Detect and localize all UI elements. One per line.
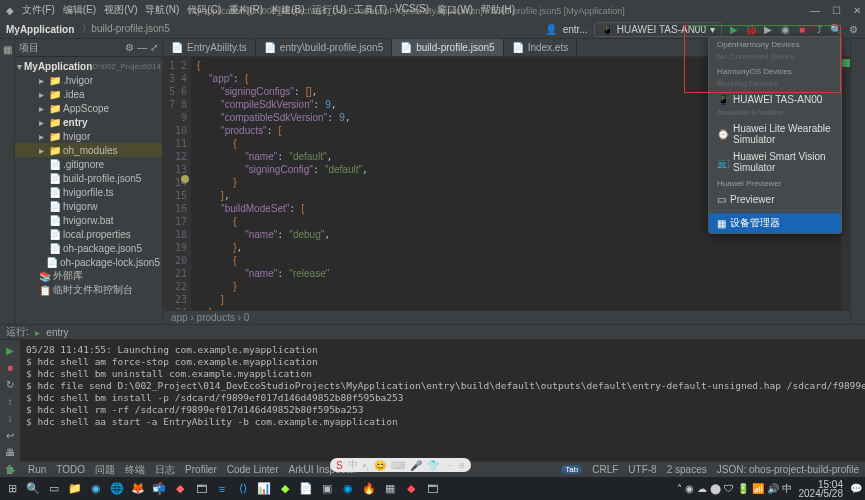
app-icon-3[interactable]: 🗔 <box>192 480 210 498</box>
terminal-tool[interactable]: 终端 <box>125 463 145 477</box>
tree-item[interactable]: ▸📁.idea <box>15 87 162 101</box>
tree-item[interactable]: 📄.gitignore <box>15 157 162 171</box>
editor-tab[interactable]: 📄build-profile.json5 <box>392 39 503 56</box>
run-header[interactable]: 运行: ▸ entry ⚙ — <box>0 325 865 340</box>
device-selector[interactable]: 📱 HUAWEI TAS-AN00 ▾ <box>594 22 722 37</box>
app-icon-5[interactable]: 📊 <box>255 480 273 498</box>
stop-icon[interactable]: ■ <box>4 361 16 373</box>
menu-help[interactable]: 帮助(H) <box>481 3 515 17</box>
notif-icon[interactable]: 💬 <box>850 483 862 494</box>
app-icon-7[interactable]: 📄 <box>297 480 315 498</box>
status-indent[interactable]: 2 spaces <box>667 464 707 475</box>
menu-vcs[interactable]: VCS(S) <box>395 3 429 17</box>
down-icon[interactable]: ↓ <box>4 412 16 424</box>
tree-item[interactable]: 📄oh-package-lock.json5 <box>15 255 162 269</box>
menu-run[interactable]: 运行(U) <box>312 3 346 17</box>
editor-tab[interactable]: 📄entry\build-profile.json5 <box>256 39 392 56</box>
app-icon-9[interactable]: 🔥 <box>360 480 378 498</box>
project-tool-icon[interactable]: ▦ <box>1 43 13 55</box>
ime-toolbar[interactable]: S 中 •, 😊 ⌨ 🎤 👕 ⋯ ≡ <box>330 458 471 472</box>
ime-punct[interactable]: •, <box>363 460 369 471</box>
edge-icon[interactable]: ◉ <box>87 480 105 498</box>
tree-item[interactable]: ▸📁hvigor <box>15 129 162 143</box>
tree-root[interactable]: ▾MyApplication D:\002_Project\014_DevEco… <box>15 59 162 73</box>
app-icon-10[interactable]: ▦ <box>381 480 399 498</box>
menu-edit[interactable]: 编辑(E) <box>63 3 96 17</box>
rerun-icon[interactable]: ▶ <box>4 344 16 356</box>
tray-ico[interactable]: 🔋 <box>737 483 749 494</box>
ime-menu-icon[interactable]: ≡ <box>459 460 465 471</box>
tray-ico[interactable]: ⬤ <box>710 483 721 494</box>
tree-item[interactable]: 📚外部库 <box>15 269 162 283</box>
chrome-icon[interactable]: 🌐 <box>108 480 126 498</box>
system-tray[interactable]: ˄ ◉ ☁ ⬤ 🛡 🔋 📶 🔊 中 15:042024/5/28 💬 <box>677 480 863 498</box>
tree-item[interactable]: 📄build-profile.json5 <box>15 171 162 185</box>
print-icon[interactable]: 🖶 <box>4 446 16 458</box>
up-icon[interactable]: ↑ <box>4 395 16 407</box>
menu-file[interactable]: 文件(F) <box>22 3 55 17</box>
tree-item[interactable]: ▸📁entry <box>15 115 162 129</box>
tree-item[interactable]: ▸📁AppScope <box>15 101 162 115</box>
log-tool[interactable]: 日志 <box>155 463 175 477</box>
app-icon-11[interactable]: ◆ <box>402 480 420 498</box>
ime-emoji-icon[interactable]: 😊 <box>374 460 386 471</box>
tray-up-icon[interactable]: ˄ <box>677 483 682 494</box>
firefox-icon[interactable]: 🦊 <box>129 480 147 498</box>
wrap-icon[interactable]: ↩ <box>4 429 16 441</box>
project-tree-header[interactable]: 项目⚙ — ⤢ <box>15 39 162 57</box>
popup-device-huawei[interactable]: 📱HUAWEI TAS-AN00 <box>709 91 841 108</box>
menu-nav[interactable]: 导航(N) <box>145 3 179 17</box>
popup-sim-wearable[interactable]: ⌚Huawei Lite Wearable Simulator <box>709 120 841 148</box>
menu-bar[interactable]: 文件(F) 编辑(E) 视图(V) 导航(N) 代码(C) 重构(R) 构建(B… <box>22 3 515 17</box>
ime-voice-icon[interactable]: 🎤 <box>410 460 422 471</box>
coverage-icon[interactable]: ▶ <box>762 24 774 36</box>
tray-net-icon[interactable]: 📶 <box>752 483 764 494</box>
menu-code[interactable]: 代码(C) <box>187 3 221 17</box>
ime-more-icon[interactable]: ⋯ <box>444 460 454 471</box>
problems-tool[interactable]: 问题 <box>95 463 115 477</box>
restart-icon[interactable]: ↻ <box>4 378 16 390</box>
status-tab[interactable]: Tab <box>561 465 582 474</box>
menu-tools[interactable]: 工具(T) <box>354 3 387 17</box>
tree-item[interactable]: 📄hvigorfile.ts <box>15 185 162 199</box>
user-icon[interactable]: 👤 <box>545 24 557 36</box>
tray-ico[interactable]: ◉ <box>685 483 694 494</box>
tree-item[interactable]: 📄oh-package.json5 <box>15 241 162 255</box>
tree-item[interactable]: ▸📁.hvigor <box>15 73 162 87</box>
app-icon-2[interactable]: ◆ <box>171 480 189 498</box>
menu-view[interactable]: 视图(V) <box>104 3 137 17</box>
ime-mode[interactable]: 中 <box>348 458 358 472</box>
status-schema[interactable]: JSON: ohos-project-build-profile <box>717 464 859 475</box>
tree-item[interactable]: 📄local.properties <box>15 227 162 241</box>
app-icon-12[interactable]: 🗔 <box>423 480 441 498</box>
minimize-icon[interactable]: — <box>810 5 820 16</box>
tray-ico[interactable]: 🛡 <box>724 483 734 494</box>
terminal-icon[interactable]: ▣ <box>318 480 336 498</box>
debug-icon[interactable]: 🐞 <box>745 24 757 36</box>
status-crlf[interactable]: CRLF <box>592 464 618 475</box>
tray-vol-icon[interactable]: 🔊 <box>767 483 779 494</box>
stop-icon[interactable]: ■ <box>796 24 808 36</box>
vscode-icon[interactable]: ⟨⟩ <box>234 480 252 498</box>
gear-icon[interactable]: ⚙ <box>847 24 859 36</box>
ime-keyboard-icon[interactable]: ⌨ <box>391 460 405 471</box>
console-output[interactable]: 05/28 11:41:55: Launching com.example.my… <box>20 340 865 475</box>
run-icon[interactable]: ▶ <box>728 24 740 36</box>
menu-window[interactable]: 窗口(W) <box>437 3 473 17</box>
popup-sim-vision[interactable]: 📺Huawei Smart Vision Simulator <box>709 148 841 176</box>
search-icon[interactable]: 🔍 <box>830 24 842 36</box>
explorer-icon[interactable]: 📁 <box>66 480 84 498</box>
tree-item[interactable]: ▸📁oh_modules <box>15 143 162 157</box>
tree-item[interactable]: 📄hvigorw.bat <box>15 213 162 227</box>
editor-tab[interactable]: 📄Index.ets <box>504 39 578 56</box>
taskbar-clock[interactable]: 15:042024/5/28 <box>795 480 848 498</box>
todo-tool[interactable]: TODO <box>56 464 85 475</box>
vcs-icon[interactable]: ⤴ <box>813 24 825 36</box>
menu-refactor[interactable]: 重构(R) <box>229 3 263 17</box>
editor-tab[interactable]: 📄EntryAbility.ts <box>163 39 256 56</box>
app-icon-1[interactable]: 📬 <box>150 480 168 498</box>
project-name[interactable]: MyApplication <box>6 24 74 35</box>
profiler-tool[interactable]: Profiler <box>185 464 217 475</box>
ime-skin-icon[interactable]: 👕 <box>427 460 439 471</box>
status-enc[interactable]: UTF-8 <box>628 464 656 475</box>
